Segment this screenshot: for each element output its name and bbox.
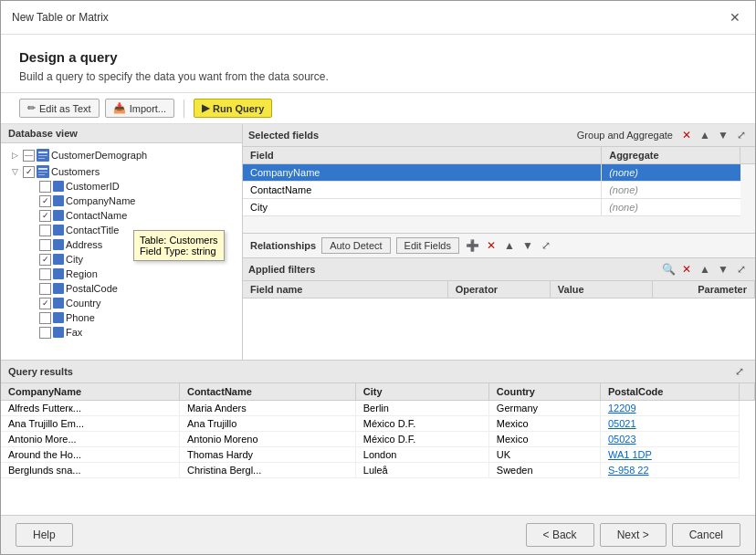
import-button[interactable]: 📥 Import... [105, 99, 174, 118]
result-postal[interactable]: S-958 22 [600, 463, 739, 478]
result-city: México D.F. [355, 432, 488, 447]
move-rel-down-button[interactable]: ▼ [520, 237, 536, 254]
checkbox-companyname[interactable]: ✓ [39, 195, 51, 207]
field-row-companyname[interactable]: CompanyName (none) [243, 164, 755, 182]
checkbox-fax[interactable] [39, 327, 51, 339]
field-name: CompanyName [243, 164, 602, 182]
results-table: CompanyName ContactName City Country Pos… [1, 383, 755, 515]
checkbox-postalcode[interactable] [39, 283, 51, 295]
field-contactname-icon [53, 210, 64, 221]
toolbar-separator [184, 99, 184, 118]
checkbox-address[interactable] [39, 239, 51, 251]
tree-item-companyname[interactable]: ✓ CompanyName [1, 194, 242, 208]
result-company: Berglunds sna... [1, 463, 179, 478]
checkbox-customerdemograph[interactable]: — [23, 150, 35, 162]
svg-rect-5 [38, 168, 47, 170]
result-contact: Ana Trujillo [179, 416, 355, 432]
result-contact: Christina Bergl... [179, 463, 355, 478]
expand-filter-button[interactable]: ⤢ [733, 261, 750, 278]
svg-rect-16 [53, 298, 64, 309]
col-postalcode: PostalCode [600, 383, 739, 401]
svg-rect-8 [53, 181, 64, 192]
add-relationship-button[interactable]: ➕ [465, 237, 481, 254]
checkbox-contacttitle[interactable] [39, 225, 51, 236]
result-city: Luleå [355, 463, 488, 478]
database-tree[interactable]: ▷ — CustomerDemograph ▽ ✓ [1, 143, 242, 360]
add-filter-button[interactable]: 🔍 [660, 261, 677, 278]
dialog-footer: Help < Back Next > Cancel [1, 515, 755, 554]
cancel-button[interactable]: Cancel [672, 523, 740, 547]
expand-rel-button[interactable]: ⤢ [538, 237, 554, 254]
delete-filter-button[interactable]: ✕ [678, 261, 695, 278]
result-country: Germany [488, 401, 600, 416]
checkbox-region[interactable] [39, 268, 51, 280]
close-button[interactable]: ✕ [726, 8, 744, 26]
tree-item-postalcode[interactable]: PostalCode [1, 281, 242, 296]
col-city: City [355, 383, 488, 401]
expand-results-button[interactable]: ⤢ [731, 363, 748, 380]
expand-fields-button[interactable]: ⤢ [733, 127, 750, 143]
result-contact: Maria Anders [179, 401, 355, 416]
delete-field-button[interactable]: ✕ [678, 127, 695, 143]
result-city: Berlin [355, 401, 488, 416]
expand-icon[interactable]: ▷ [8, 149, 21, 162]
checkbox-country[interactable]: ✓ [39, 298, 51, 309]
result-country: Sweden [488, 463, 600, 478]
next-button[interactable]: Next > [600, 523, 667, 547]
help-button[interactable]: Help [16, 523, 73, 547]
result-country: Mexico [488, 416, 600, 432]
tree-item-phone[interactable]: Phone [1, 310, 242, 325]
result-postal[interactable]: 05023 [600, 432, 739, 447]
tree-item-fax[interactable]: Fax [1, 325, 242, 340]
edit-as-text-button[interactable]: ✏ Edit as Text [19, 99, 100, 118]
dialog-window: New Table or Matrix ✕ Design a query Bui… [0, 0, 756, 555]
relationships-section: Relationships Auto Detect Edit Fields ➕ … [243, 234, 755, 258]
col-contactname: ContactName [179, 383, 355, 401]
expand-customers-icon[interactable]: ▽ [8, 165, 21, 178]
aggregate-value: (none) [602, 182, 740, 199]
svg-rect-10 [53, 210, 64, 221]
move-filter-up-button[interactable]: ▲ [697, 261, 713, 278]
move-down-button[interactable]: ▼ [715, 127, 731, 143]
result-city: México D.F. [355, 416, 488, 432]
tree-item-customerid[interactable]: CustomerID [1, 179, 242, 194]
checkbox-contactname[interactable]: ✓ [39, 210, 51, 222]
checkbox-phone[interactable] [39, 312, 51, 324]
move-rel-up-button[interactable]: ▲ [501, 237, 518, 254]
result-country: UK [488, 447, 600, 463]
tree-item-contactname[interactable]: ✓ ContactName [1, 208, 242, 223]
move-up-button[interactable]: ▲ [697, 127, 713, 143]
field-row-city[interactable]: City (none) [243, 199, 755, 216]
edit-fields-button[interactable]: Edit Fields [396, 237, 459, 254]
database-view-panel: Database view ▷ — CustomerDemograph [1, 124, 243, 360]
result-postal[interactable]: WA1 1DP [600, 447, 739, 463]
page-subtitle: Build a query to specify the data you wa… [19, 70, 737, 83]
tree-item-country[interactable]: ✓ Country [1, 296, 242, 310]
svg-rect-7 [38, 174, 45, 175]
field-address-icon [53, 239, 64, 250]
svg-rect-6 [38, 172, 47, 173]
checkbox-customerid[interactable] [39, 181, 51, 193]
result-postal[interactable]: 12209 [600, 401, 739, 416]
svg-rect-9 [53, 195, 64, 206]
aggregate-value: (none) [602, 199, 740, 216]
svg-rect-18 [53, 327, 64, 338]
checkbox-city[interactable]: ✓ [39, 254, 51, 266]
svg-rect-3 [38, 158, 45, 159]
selected-fields-toolbar: Selected fields Group and Aggregate ✕ ▲ … [243, 124, 755, 147]
field-row-contactname[interactable]: ContactName (none) [243, 182, 755, 199]
auto-detect-button[interactable]: Auto Detect [321, 237, 390, 254]
back-button[interactable]: < Back [526, 523, 594, 547]
run-icon: ▶ [202, 102, 209, 114]
move-filter-down-button[interactable]: ▼ [715, 261, 731, 278]
delete-relationship-button[interactable]: ✕ [483, 237, 499, 254]
result-row: Berglunds sna... Christina Bergl... Lule… [1, 463, 755, 478]
checkbox-customers[interactable]: ✓ [23, 166, 35, 178]
result-contact: Thomas Hardy [179, 447, 355, 463]
result-row: Antonio More... Antonio Moreno México D.… [1, 432, 755, 447]
tree-item-region[interactable]: Region [1, 267, 242, 281]
dialog-header: Design a query Build a query to specify … [1, 35, 755, 93]
result-postal[interactable]: 05021 [600, 416, 739, 432]
run-query-button[interactable]: ▶ Run Query [194, 99, 272, 118]
result-row: Around the Ho... Thomas Hardy London UK … [1, 447, 755, 463]
